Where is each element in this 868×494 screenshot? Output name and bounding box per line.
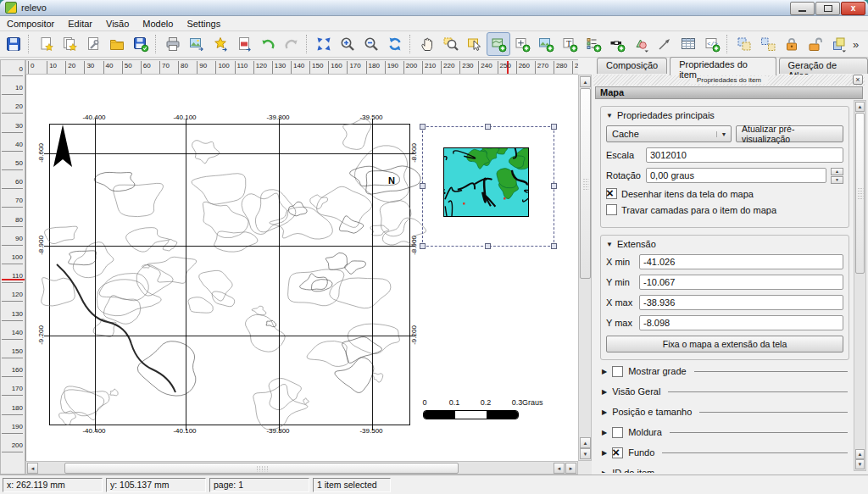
tab-composicao[interactable]: Composição <box>597 58 667 74</box>
menu-visao[interactable]: Visão <box>99 18 136 30</box>
selection-handle[interactable] <box>420 183 426 189</box>
add-scalebar-button[interactable] <box>605 32 629 56</box>
expand-arrow-icon[interactable]: ▶ <box>602 469 607 474</box>
zoom-in-button[interactable] <box>336 32 359 56</box>
pan-button[interactable] <box>415 32 439 56</box>
section-moldura[interactable]: ▶ Moldura <box>602 423 848 441</box>
panel-scroll-thumb[interactable] <box>855 113 865 274</box>
title-bar[interactable]: relevo x <box>0 0 868 16</box>
zoom-out-button[interactable] <box>359 32 383 56</box>
rotation-spinner[interactable]: ▲▼ <box>831 168 843 183</box>
add-arrow-button[interactable] <box>653 32 676 56</box>
duplicate-composition-button[interactable] <box>58 32 81 56</box>
composition-manager-button[interactable] <box>81 32 105 56</box>
set-extent-button[interactable]: Fixa o mapa a extensão da tela <box>606 336 843 352</box>
toolbar-overflow-chevron[interactable]: » <box>853 38 859 51</box>
mostrar-grade-checkbox[interactable] <box>612 366 623 377</box>
expand-arrow-icon[interactable]: ▶ <box>602 449 607 457</box>
menu-modelo[interactable]: Modelo <box>136 18 180 30</box>
selection-handle[interactable] <box>551 183 557 189</box>
ungroup-items-button[interactable] <box>756 32 780 56</box>
section-visao-geral[interactable]: ▶ Visão Geral <box>602 382 848 401</box>
export-pdf-button[interactable] <box>232 32 256 56</box>
add-label-button[interactable]: T <box>558 32 581 56</box>
unlock-items-button[interactable] <box>804 32 827 56</box>
dock-close-icon[interactable]: × <box>853 75 863 85</box>
select-move-item-button[interactable] <box>463 32 487 56</box>
minimize-button[interactable] <box>790 2 815 15</box>
menu-editar[interactable]: Editar <box>61 18 99 30</box>
xmax-input[interactable] <box>639 295 843 310</box>
tab-propriedades-do-item[interactable]: Propriedades do item <box>670 57 776 75</box>
section-mostrar-grade[interactable]: ▶ Mostrar grade <box>602 362 848 380</box>
overview-map-item[interactable] <box>443 147 529 217</box>
expand-arrow-icon[interactable]: ▶ <box>602 368 607 375</box>
export-svg-button[interactable] <box>209 32 232 56</box>
selection-handle[interactable] <box>485 124 491 130</box>
preview-mode-combo[interactable]: Cache ▼ <box>606 125 732 142</box>
menu-settings[interactable]: Settings <box>180 18 227 30</box>
scroll-down-arrow[interactable]: ▼ <box>580 448 591 459</box>
add-html-frame-button[interactable]: </> <box>700 32 724 56</box>
scroll-right-arrow[interactable]: ► <box>565 463 576 474</box>
scroll-up-arrow[interactable]: ▲ <box>855 102 865 112</box>
composer-canvas[interactable]: N -40.400 -40.100 -39.800 -39.500 -40.40… <box>25 75 578 461</box>
expand-arrow-icon[interactable]: ▶ <box>602 429 607 436</box>
map-item-frame[interactable]: N <box>49 124 410 425</box>
selection-handle[interactable] <box>551 243 557 249</box>
menu-compositor[interactable]: Compositor <box>0 18 61 30</box>
scalebar-item[interactable]: 0 0.1 0.2 0.3 Graus <box>423 398 559 422</box>
close-button[interactable]: x <box>841 2 865 15</box>
expand-arrow-icon[interactable]: ▶ <box>602 388 607 396</box>
print-button[interactable] <box>161 32 185 56</box>
expand-arrow-icon[interactable]: ▶ <box>602 408 607 416</box>
vertical-scroll-thumb[interactable] <box>580 88 591 279</box>
save-button[interactable] <box>2 32 25 56</box>
ymin-input[interactable] <box>639 275 843 290</box>
lock-layers-checkbox[interactable] <box>606 204 617 215</box>
new-composition-button[interactable] <box>34 32 58 56</box>
selection-handle[interactable] <box>420 243 426 249</box>
scroll-left-arrow[interactable]: ◄ <box>554 463 565 474</box>
selection-handle[interactable] <box>551 124 557 130</box>
save-template-button[interactable] <box>129 32 153 56</box>
add-new-map-button[interactable] <box>487 32 510 56</box>
export-image-button[interactable] <box>185 32 209 56</box>
scroll-left-arrow[interactable]: ◄ <box>27 463 38 474</box>
add-shape-button[interactable] <box>629 32 653 56</box>
dock-title-bar[interactable]: Propriedades do item × <box>593 75 865 86</box>
scroll-up-arrow[interactable]: ▲ <box>855 449 865 459</box>
section-id-do-item[interactable]: ▶ ID do item <box>602 463 848 473</box>
add-image-button[interactable] <box>534 32 558 56</box>
add-legend-button[interactable] <box>581 32 605 56</box>
scroll-up-arrow[interactable]: ▲ <box>580 437 591 448</box>
group-items-button[interactable] <box>732 32 756 56</box>
horizontal-scroll-thumb[interactable] <box>64 463 459 474</box>
panel-scrollbar[interactable]: ▲ ▲ ▼ <box>854 100 866 471</box>
section-fundo[interactable]: ▶ Fundo <box>602 443 848 462</box>
collapse-arrow-icon[interactable]: ▼ <box>606 241 613 248</box>
selection-handle[interactable] <box>485 243 491 249</box>
maximize-button[interactable] <box>815 2 840 15</box>
add-attribute-table-button[interactable] <box>676 32 700 56</box>
scale-input[interactable] <box>646 147 843 163</box>
canvas-horizontal-scrollbar[interactable]: ◄ ◄ ► <box>25 461 578 475</box>
tab-geracao-de-atlas[interactable]: Geração de Atlas <box>779 58 868 74</box>
update-preview-button[interactable]: Atualizar pré-visualização <box>736 125 843 142</box>
zoom-tool-button[interactable] <box>439 32 463 56</box>
spin-up-icon[interactable]: ▲ <box>831 168 843 175</box>
spin-down-icon[interactable]: ▼ <box>831 176 843 184</box>
refresh-button[interactable] <box>383 32 407 56</box>
raise-items-button[interactable] <box>827 32 851 56</box>
fundo-checkbox[interactable] <box>612 447 623 458</box>
selection-handle[interactable] <box>420 124 426 130</box>
move-item-content-button[interactable] <box>510 32 534 56</box>
moldura-checkbox[interactable] <box>612 427 623 438</box>
section-posicao-e-tamanho[interactable]: ▶ Posição e tamanho <box>602 402 848 421</box>
zoom-full-button[interactable] <box>312 32 336 56</box>
redo-button[interactable] <box>280 32 303 56</box>
scroll-up-arrow[interactable]: ▲ <box>580 76 591 87</box>
ymax-input[interactable] <box>639 315 843 330</box>
draw-canvas-items-checkbox[interactable] <box>606 188 617 199</box>
xmin-input[interactable] <box>639 254 843 269</box>
